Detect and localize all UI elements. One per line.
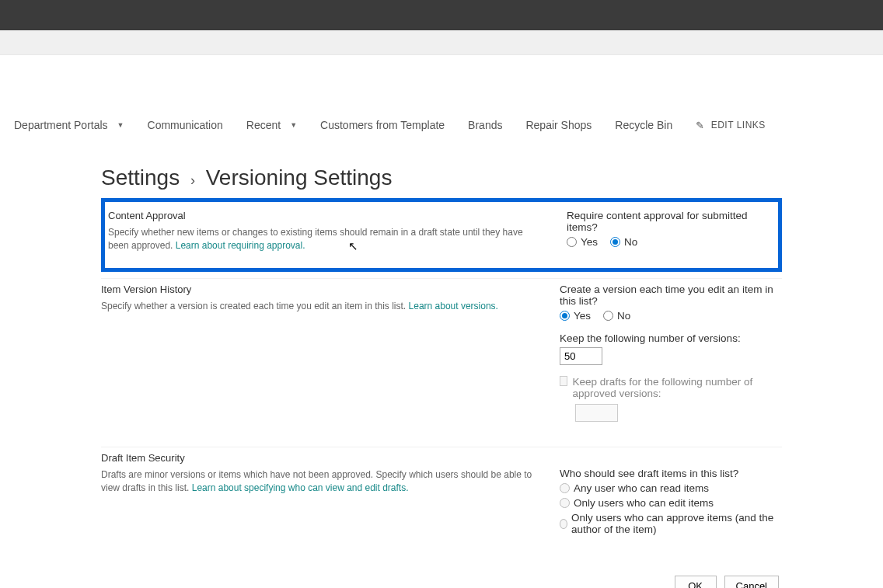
section-version-history: Item Version History Specify whether a v… [101, 278, 782, 447]
nav-repair-shops[interactable]: Repair Shops [525, 119, 592, 131]
section-draft-security: Draft Item Security Drafts are minor ver… [101, 447, 782, 552]
draft-visibility-editors[interactable]: Only users who can edit items [560, 497, 782, 509]
radio-label: No [624, 236, 637, 248]
cancel-button[interactable]: Cancel [724, 576, 779, 588]
radio-label: Yes [574, 310, 591, 322]
nav-communication[interactable]: Communication [148, 119, 223, 131]
create-version-no[interactable]: No [603, 310, 630, 322]
breadcrumb: Settings › Versioning Settings [101, 165, 782, 190]
pencil-icon: ✎ [696, 120, 705, 131]
nav-recycle-bin[interactable]: Recycle Bin [615, 119, 672, 131]
nav-brands[interactable]: Brands [468, 119, 502, 131]
radio-label: No [617, 310, 630, 322]
keep-drafts-checkbox[interactable] [560, 376, 567, 386]
breadcrumb-current: Versioning Settings [206, 165, 393, 190]
section-title: Content Approval [108, 210, 543, 221]
nav-label: Recent [246, 119, 281, 131]
section-description: Drafts are minor versions or items which… [101, 468, 536, 496]
nav-customers-from-template[interactable]: Customers from Template [320, 119, 445, 131]
radio-label: Only users who can approve items (and th… [571, 512, 782, 535]
section-content-approval: Content Approval Specify whether new ite… [108, 205, 775, 257]
ok-button[interactable]: OK [675, 576, 717, 588]
keep-versions-label: Keep the following number of versions: [560, 332, 782, 344]
nav-recent[interactable]: Recent ▼ [246, 119, 297, 131]
radio-icon [610, 237, 620, 247]
create-version-radio-group: Yes No [560, 310, 782, 322]
chevron-down-icon: ▼ [117, 121, 124, 129]
learn-about-versions-link[interactable]: Learn about versions. [409, 301, 498, 311]
description-text: Specify whether a version is created eac… [101, 301, 409, 311]
description-text: Specify whether new items or changes to … [108, 227, 523, 251]
create-version-label: Create a version each time you edit an i… [560, 284, 782, 307]
chevron-down-icon: ▼ [290, 121, 297, 129]
radio-label: Yes [581, 236, 598, 248]
radio-icon [560, 483, 570, 493]
keep-drafts-row[interactable]: Keep drafts for the following number of … [560, 376, 782, 399]
top-nav: Department Portals ▼ Communication Recen… [0, 108, 883, 142]
nav-label: Department Portals [14, 119, 108, 131]
require-approval-no[interactable]: No [610, 236, 637, 248]
draft-visibility-label: Who should see draft items in this list? [560, 468, 782, 479]
section-description: Specify whether new items or changes to … [108, 226, 543, 253]
radio-icon [560, 498, 570, 508]
radio-icon [560, 519, 567, 529]
page-content: Settings › Versioning Settings Content A… [0, 142, 883, 588]
draft-visibility-radio-group: Any user who can read items Only users w… [560, 482, 782, 535]
radio-label: Only users who can edit items [574, 497, 714, 509]
content-approval-highlight: Content Approval Specify whether new ite… [101, 198, 782, 272]
require-approval-radio-group: Yes No [567, 236, 775, 248]
create-version-yes[interactable]: Yes [560, 310, 591, 322]
learn-about-approval-link[interactable]: Learn about requiring approval. [176, 240, 305, 251]
radio-label: Any user who can read items [574, 482, 709, 494]
keep-drafts-input [575, 404, 618, 422]
edit-links-label: EDIT LINKS [711, 120, 766, 130]
nav-label: Communication [148, 119, 223, 131]
require-approval-label: Require content approval for submitted i… [567, 210, 775, 233]
learn-about-drafts-link[interactable]: Learn about specifying who can view and … [192, 482, 409, 493]
section-title: Item Version History [101, 284, 536, 295]
suite-bar [0, 0, 883, 30]
section-title: Draft Item Security [101, 452, 536, 464]
breadcrumb-root[interactable]: Settings [101, 165, 180, 190]
nav-label: Brands [468, 119, 502, 131]
breadcrumb-separator-icon: › [190, 172, 195, 188]
radio-icon [603, 311, 613, 321]
radio-icon [567, 237, 577, 247]
keep-drafts-label: Keep drafts for the following number of … [572, 376, 782, 399]
draft-visibility-approvers[interactable]: Only users who can approve items (and th… [560, 512, 782, 535]
edit-links-button[interactable]: ✎ EDIT LINKS [696, 120, 766, 131]
radio-icon [560, 311, 570, 321]
nav-label: Recycle Bin [615, 119, 672, 131]
keep-versions-input[interactable] [560, 347, 602, 365]
draft-visibility-any-reader[interactable]: Any user who can read items [560, 482, 782, 494]
dialog-buttons: OK Cancel [101, 576, 782, 588]
nav-label: Customers from Template [320, 119, 445, 131]
nav-label: Repair Shops [525, 119, 592, 131]
ribbon-bar [0, 30, 883, 55]
require-approval-yes[interactable]: Yes [567, 236, 598, 248]
section-description: Specify whether a version is created eac… [101, 300, 536, 313]
nav-department-portals[interactable]: Department Portals ▼ [14, 119, 124, 131]
